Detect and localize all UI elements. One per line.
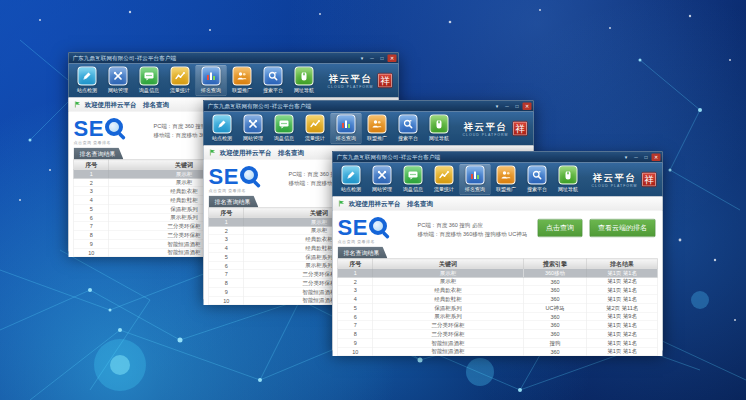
- seo-magnifier-icon: [240, 166, 260, 186]
- main-toolbar: 站点检测 网站管理 询盘信息 流量统计: [333, 163, 663, 197]
- close-button[interactable]: ✕: [523, 102, 532, 110]
- minimize-button[interactable]: ─: [632, 153, 641, 161]
- seo-logo-text: SE: [338, 216, 368, 238]
- close-button[interactable]: ✕: [652, 153, 661, 161]
- toolbar-item-rank-query[interactable]: 排名查询: [196, 65, 227, 96]
- cell-index: 2: [209, 226, 244, 235]
- table-row[interactable]: 10 智能恒温酒柜 360 第1页 第1名: [338, 347, 658, 356]
- toolbar-item-site-manage[interactable]: 网站管理: [103, 65, 134, 96]
- toolbar-item-traffic-stats[interactable]: 流量统计: [429, 164, 460, 195]
- toolbar-item-rank-query[interactable]: 排名查询: [460, 164, 491, 195]
- seo-tagline: 点击查询 查看排名: [209, 188, 284, 194]
- toolbar-item-site-manage[interactable]: 网站管理: [238, 113, 269, 144]
- cell-index: 8: [209, 279, 244, 288]
- table-row[interactable]: 4 经典款鞋柜 360 第1页 第1名: [338, 295, 658, 304]
- titlebar[interactable]: 广东九鼎互联网有限公司-祥云平台客户端 ▾ ─ □ ✕: [333, 152, 663, 163]
- toolbar-item-site-nav[interactable]: 网址导航: [424, 113, 455, 144]
- tools-icon: [373, 166, 392, 185]
- toolbar-item-alliance-promo[interactable]: 联盟推广: [491, 164, 522, 195]
- table-row[interactable]: 9 智能恒温酒柜 搜狗 第1页 第1名: [338, 338, 658, 347]
- cell-index: 2: [338, 277, 373, 286]
- pencil-icon: [78, 67, 97, 86]
- titlebar[interactable]: 广东九鼎互联网有限公司-祥云平台客户端 ▾ ─ □ ✕: [69, 53, 399, 64]
- content-area: SE 点击查询 查看排名 PC端：百度 360 搜狗 必应 移动端：百度移动 3…: [333, 211, 663, 357]
- maximize-button[interactable]: □: [513, 102, 522, 110]
- table-row[interactable]: 5 保温柜系列 UC神马 第2页 第11名: [338, 303, 658, 312]
- toolbar-item-search-platform[interactable]: 搜索平台: [258, 65, 289, 96]
- cell-engine: 360: [523, 347, 587, 356]
- toolbar-item-search-platform[interactable]: 搜索平台: [522, 164, 553, 195]
- minimize-button[interactable]: ─: [368, 54, 377, 62]
- cell-rank: 第1页 第9名: [587, 312, 657, 321]
- toolbar-item-inquiry[interactable]: 询盘信息: [398, 164, 429, 195]
- welcome-text: 欢迎使用祥云平台: [349, 199, 401, 208]
- toolbar-item-site-check[interactable]: 站点检测: [336, 164, 367, 195]
- minimize-button[interactable]: ─: [503, 102, 512, 110]
- line-chart-icon: [171, 67, 190, 86]
- cell-engine: 搜狗: [523, 338, 587, 347]
- maximize-button[interactable]: □: [378, 54, 387, 62]
- toolbar-label: 网址导航: [429, 135, 449, 142]
- skin-button[interactable]: ▾: [493, 102, 502, 110]
- cell-index: 8: [338, 330, 373, 339]
- cell-index: 7: [338, 321, 373, 330]
- toolbar-item-inquiry[interactable]: 询盘信息: [269, 113, 300, 144]
- welcome-text: 欢迎使用祥云平台: [85, 100, 137, 109]
- toolbar-item-inquiry[interactable]: 询盘信息: [134, 65, 165, 96]
- toolbar-item-rank-query[interactable]: 排名查询: [331, 113, 362, 144]
- toolbar-item-search-platform[interactable]: 搜索平台: [393, 113, 424, 144]
- toolbar-label: 网址导航: [558, 186, 578, 193]
- table-row[interactable]: 1 展示柜 360移动 第1页 第1名: [338, 268, 658, 277]
- toolbar-label: 排名查询: [201, 87, 221, 94]
- cell-keyword: 展示柜系列: [373, 312, 523, 321]
- tab-rank-results[interactable]: 排名查询结果: [74, 148, 124, 160]
- skin-button[interactable]: ▾: [622, 153, 631, 161]
- tab-rank-results[interactable]: 排名查询结果: [209, 196, 259, 208]
- cell-engine: UC神马: [523, 303, 587, 312]
- table-row[interactable]: 6 展示柜系列 360 第1页 第9名: [338, 312, 658, 321]
- titlebar[interactable]: 广东九鼎互联网有限公司-祥云平台客户端 ▾ ─ □ ✕: [204, 101, 534, 112]
- toolbar-label: 联盟推广: [232, 87, 252, 94]
- cell-index: 6: [209, 261, 244, 270]
- cell-keyword: 展示柜: [373, 277, 523, 286]
- toolbar-label: 询盘信息: [139, 87, 159, 94]
- toolbar-item-site-check[interactable]: 站点检测: [207, 113, 238, 144]
- query-button[interactable]: 点击查询: [538, 219, 583, 237]
- table-row[interactable]: 3 经典款衣柜 360 第1页 第1名: [338, 286, 658, 295]
- seo-magnifier-icon: [105, 118, 125, 138]
- toolbar-item-traffic-stats[interactable]: 流量统计: [165, 65, 196, 96]
- close-button[interactable]: ✕: [388, 54, 397, 62]
- table-row[interactable]: 7 三分类环保柜 360 第1页 第1名: [338, 321, 658, 330]
- tab-rank-results[interactable]: 排名查询结果: [338, 247, 388, 259]
- brand-seal-icon: 祥: [378, 73, 393, 88]
- action-buttons: 点击查询 查看云端的排名: [538, 219, 658, 237]
- section-title: 排名查询: [278, 148, 304, 157]
- skin-button[interactable]: ▾: [358, 54, 367, 62]
- toolbar-item-alliance-promo[interactable]: 联盟推广: [227, 65, 258, 96]
- toolbar-label: 站点检测: [341, 186, 361, 193]
- toolbar-item-site-manage[interactable]: 网站管理: [367, 164, 398, 195]
- pencil-icon: [342, 166, 361, 185]
- toolbar-item-site-nav[interactable]: 网址导航: [289, 65, 320, 96]
- toolbar-item-site-check[interactable]: 站点检测: [72, 65, 103, 96]
- cell-index: 10: [209, 296, 244, 305]
- view-cloud-rank-button[interactable]: 查看云端的排名: [590, 219, 656, 237]
- toolbar-item-alliance-promo[interactable]: 联盟推广: [362, 113, 393, 144]
- seo-tagline: 点击查询 查看排名: [338, 239, 413, 245]
- cell-engine: 360: [523, 330, 587, 339]
- toolbar-item-site-nav[interactable]: 网址导航: [553, 164, 584, 195]
- mouse-icon: [559, 166, 578, 185]
- brand-block: 祥云平台 CLOUD PLATFORM 祥: [327, 72, 394, 89]
- table-row[interactable]: 2 展示柜 360 第1页 第2名: [338, 277, 658, 286]
- cell-index: 5: [209, 252, 244, 261]
- brand-name: 祥云平台: [591, 171, 637, 184]
- maximize-button[interactable]: □: [642, 153, 651, 161]
- cell-keyword: 保温柜系列: [373, 303, 523, 312]
- toolbar-item-traffic-stats[interactable]: 流量统计: [300, 113, 331, 144]
- seo-header-row: SE 点击查询 查看排名 PC端：百度 360 搜狗 必应 移动端：百度移动 3…: [338, 214, 658, 247]
- table-row[interactable]: 8 三分类环保柜 360 第1页 第2名: [338, 330, 658, 339]
- cell-rank: 第1页 第1名: [587, 286, 657, 295]
- green-flag-icon: [210, 149, 217, 156]
- cell-engine: 360: [523, 295, 587, 304]
- cell-index: 10: [74, 248, 109, 257]
